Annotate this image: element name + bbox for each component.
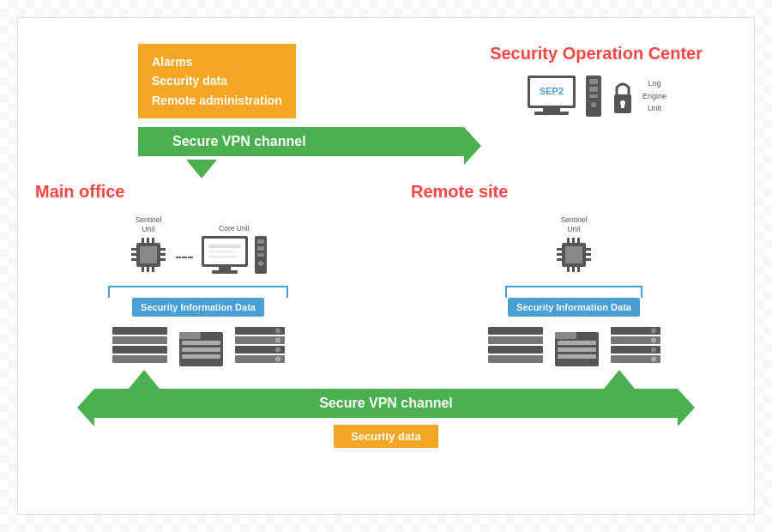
svg-rect-24	[142, 267, 144, 272]
server-stack-icon-right	[609, 325, 662, 370]
soc-icons: SEP2	[490, 74, 703, 118]
core-unit-group: Core Unit	[200, 224, 268, 275]
svg-rect-20	[160, 258, 166, 261]
sentinel-label-left: SentinelUnit	[136, 215, 162, 234]
core-unit-icons	[200, 234, 268, 275]
dashed-connector-left	[176, 257, 193, 258]
vpn-bottom-arrow-container: Secure VPN channel	[77, 389, 695, 418]
folder-icon-left	[178, 325, 225, 370]
svg-rect-33	[212, 270, 238, 274]
svg-rect-29	[208, 245, 241, 248]
svg-rect-21	[142, 238, 144, 243]
svg-rect-32	[219, 267, 231, 270]
core-monitor-icon	[200, 234, 250, 275]
svg-point-80	[651, 329, 656, 334]
svg-rect-59	[557, 253, 562, 256]
svg-point-9	[591, 102, 596, 107]
svg-rect-68	[572, 267, 575, 272]
svg-rect-67	[567, 267, 570, 272]
svg-rect-73	[488, 355, 543, 363]
svg-rect-78	[558, 354, 596, 359]
folder-icon-right	[553, 325, 600, 370]
svg-rect-71	[488, 336, 543, 344]
main-container: Alarms Security data Remote administrati…	[17, 17, 755, 515]
svg-point-82	[651, 338, 656, 343]
main-office-diagram: SentinelUnit	[35, 215, 361, 370]
svg-rect-35	[257, 239, 264, 244]
firewall-icon-left	[111, 325, 169, 370]
svg-text:SEP2: SEP2	[540, 86, 564, 96]
tower-icon	[584, 74, 603, 118]
remote-site: Remote site SentinelUnit	[411, 182, 737, 370]
lock-icon	[610, 74, 636, 118]
svg-rect-70	[488, 327, 543, 335]
svg-rect-77	[558, 348, 596, 352]
top-section: Alarms Security data Remote administrati…	[35, 35, 737, 118]
svg-rect-40	[112, 336, 167, 344]
svg-rect-44	[179, 332, 201, 339]
up-arrow-right	[604, 370, 635, 389]
svg-point-53	[275, 348, 280, 353]
svg-rect-3	[543, 108, 560, 112]
remote-site-title: Remote site	[411, 182, 737, 202]
server-stack-icon-left	[233, 325, 286, 370]
svg-rect-30	[208, 251, 234, 253]
sentinel-label-right: SentinelUnit	[561, 215, 588, 234]
svg-rect-46	[182, 348, 220, 352]
svg-rect-58	[557, 248, 562, 251]
svg-rect-60	[557, 258, 562, 261]
svg-rect-23	[152, 238, 154, 243]
svg-rect-63	[586, 258, 591, 261]
log-engine-unit: LogEngineUnit	[642, 77, 666, 114]
alarms-line1: Alarms	[152, 52, 282, 71]
main-office-title: Main office	[35, 182, 361, 202]
svg-rect-26	[152, 267, 154, 272]
soc-container: Security Operation Center SEP2	[490, 44, 703, 118]
svg-rect-45	[182, 341, 220, 345]
svg-rect-75	[555, 332, 576, 339]
remote-devices-row	[486, 325, 662, 370]
vpn-bottom-arrow: Secure VPN channel	[94, 389, 678, 418]
bracket-top-right	[505, 286, 642, 298]
svg-rect-39	[112, 327, 167, 335]
svg-rect-36	[257, 246, 264, 251]
sec-info-wrapper-right: Security Information Data	[479, 286, 668, 317]
svg-rect-4	[534, 112, 569, 115]
svg-rect-7	[589, 87, 598, 92]
svg-rect-14	[140, 246, 157, 263]
svg-rect-19	[160, 253, 166, 256]
sec-info-wrapper-left: Security Information Data	[104, 286, 293, 317]
main-units-row: SentinelUnit	[128, 215, 268, 275]
bracket-top-left	[108, 286, 288, 298]
svg-rect-41	[112, 346, 167, 354]
svg-rect-22	[147, 238, 149, 243]
svg-rect-18	[160, 248, 166, 251]
remote-units-row: SentinelUnit	[553, 215, 594, 275]
svg-point-84	[651, 348, 656, 353]
cpu-chip-left	[128, 234, 169, 275]
svg-point-55	[275, 357, 280, 362]
vpn-down-arrow	[186, 160, 217, 178]
core-label: Core Unit	[219, 224, 250, 233]
core-tower-icon	[253, 234, 268, 275]
main-office: Main office SentinelUnit	[35, 182, 361, 370]
svg-rect-37	[257, 253, 264, 257]
svg-rect-31	[208, 256, 238, 258]
security-data-label: Security data	[334, 425, 438, 448]
vpn-bottom-label: Secure VPN channel	[319, 396, 453, 411]
svg-point-38	[258, 261, 263, 266]
sentinel-unit-left: SentinelUnit	[128, 215, 169, 275]
svg-rect-64	[567, 238, 570, 243]
svg-rect-47	[182, 354, 220, 359]
up-arrow-left	[129, 370, 160, 389]
cpu-chip-right	[553, 234, 594, 275]
svg-rect-62	[586, 253, 591, 256]
offices-section: Main office SentinelUnit	[35, 182, 737, 370]
svg-point-51	[275, 338, 280, 343]
sentinel-unit-right: SentinelUnit	[553, 215, 594, 275]
svg-rect-6	[589, 79, 598, 84]
remote-site-diagram: SentinelUnit	[411, 215, 737, 370]
svg-rect-15	[131, 248, 136, 251]
svg-point-86	[651, 357, 656, 362]
svg-point-49	[275, 329, 280, 334]
